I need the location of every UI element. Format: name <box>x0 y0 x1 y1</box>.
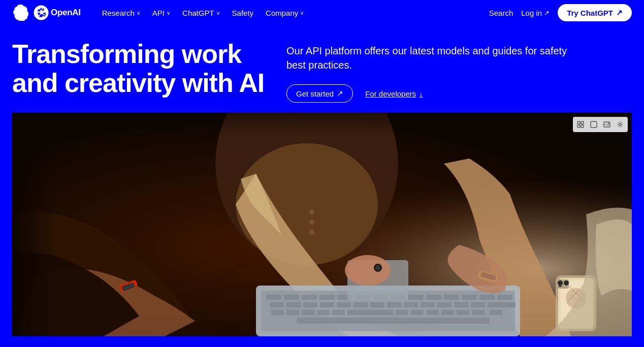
hero-title: Transforming work and creativity with AI <box>12 40 266 98</box>
svg-point-6 <box>309 219 314 225</box>
search-button[interactable]: Search <box>489 9 513 17</box>
hero-buttons: Get started ↗ For developers ↓ <box>286 84 581 103</box>
svg-rect-73 <box>581 121 584 124</box>
hero-section: Transforming work and creativity with AI… <box>0 25 644 113</box>
nav-item-chatgpt[interactable]: ChatGPT ∨ <box>177 6 225 20</box>
svg-rect-23 <box>426 295 441 300</box>
svg-rect-48 <box>396 310 408 315</box>
svg-rect-34 <box>370 302 384 307</box>
svg-rect-75 <box>581 125 584 128</box>
svg-point-78 <box>608 123 609 124</box>
svg-point-57 <box>345 255 391 286</box>
svg-rect-38 <box>437 302 452 307</box>
get-started-button[interactable]: Get started ↗ <box>286 84 353 103</box>
svg-rect-29 <box>286 302 301 307</box>
nav-item-api[interactable]: API ∨ <box>147 6 175 20</box>
chevron-down-icon: ∨ <box>167 10 170 16</box>
svg-rect-43 <box>286 310 299 315</box>
svg-rect-53 <box>472 310 485 315</box>
try-chatgpt-button[interactable]: Try ChatGPT ↗ <box>558 4 632 21</box>
svg-point-59 <box>375 265 380 270</box>
openai-logo-mark <box>12 5 28 21</box>
hero-scene-svg <box>12 113 632 336</box>
svg-rect-36 <box>404 302 418 307</box>
svg-rect-24 <box>444 295 459 300</box>
svg-rect-74 <box>577 125 580 128</box>
svg-rect-26 <box>479 295 495 300</box>
brand-name: OpenAI <box>51 8 81 18</box>
external-link-icon: ↗ <box>544 9 550 17</box>
chevron-down-icon: ∨ <box>137 10 140 16</box>
chevron-down-icon: ∨ <box>300 10 304 16</box>
login-link[interactable]: Log in ↗ <box>521 9 550 17</box>
svg-rect-54 <box>490 310 502 315</box>
image-toolbar <box>573 117 628 132</box>
svg-rect-41 <box>488 302 516 307</box>
hero-image-container <box>12 113 632 336</box>
hero-description: Our API platform offers our latest model… <box>286 44 581 72</box>
openai-logo-final <box>33 4 50 21</box>
arrow-icon: ↗ <box>337 89 343 98</box>
svg-rect-28 <box>270 302 284 307</box>
svg-point-5 <box>309 209 314 214</box>
image-section <box>0 113 644 336</box>
settings-icon[interactable] <box>615 119 626 130</box>
svg-rect-32 <box>337 302 351 307</box>
svg-rect-35 <box>387 302 401 307</box>
svg-rect-44 <box>302 310 314 315</box>
nav-right: Search Log in ↗ Try ChatGPT ↗ <box>489 4 632 21</box>
arrow-down-icon: ↓ <box>419 89 423 98</box>
hero-left: Transforming work and creativity with AI <box>12 40 266 98</box>
svg-rect-30 <box>303 302 317 307</box>
svg-rect-37 <box>421 302 435 307</box>
logo-area[interactable]: OpenAI <box>12 4 81 21</box>
nav-item-safety[interactable]: Safety <box>227 6 259 20</box>
svg-point-69 <box>559 284 562 287</box>
svg-rect-76 <box>591 121 597 128</box>
svg-rect-72 <box>577 121 580 124</box>
square-view-icon[interactable] <box>588 119 599 130</box>
for-developers-link[interactable]: For developers ↓ <box>365 89 423 98</box>
svg-point-7 <box>309 230 314 235</box>
svg-rect-42 <box>271 310 284 315</box>
svg-rect-40 <box>471 302 485 307</box>
nav-item-research[interactable]: Research ∨ <box>97 6 145 20</box>
svg-rect-52 <box>457 310 469 315</box>
svg-rect-47 <box>347 310 393 315</box>
grid-view-icon[interactable] <box>575 119 586 130</box>
svg-rect-45 <box>317 310 330 315</box>
svg-point-68 <box>564 280 569 286</box>
svg-rect-17 <box>319 295 335 300</box>
svg-rect-46 <box>332 310 345 315</box>
svg-rect-22 <box>408 295 424 300</box>
svg-rect-27 <box>497 295 512 300</box>
image-view-icon[interactable] <box>601 119 613 130</box>
svg-rect-51 <box>441 310 454 315</box>
svg-point-79 <box>619 123 621 125</box>
nav-links: Research ∨ API ∨ ChatGPT ∨ Safety Compan… <box>97 6 489 20</box>
svg-rect-49 <box>411 310 424 315</box>
svg-rect-50 <box>426 310 439 315</box>
nav-item-company[interactable]: Company ∨ <box>261 6 309 20</box>
svg-rect-55 <box>297 318 490 324</box>
svg-rect-31 <box>320 302 334 307</box>
svg-rect-16 <box>302 295 317 300</box>
hero-right: Our API platform offers our latest model… <box>286 40 581 103</box>
svg-rect-39 <box>454 302 468 307</box>
svg-rect-33 <box>353 302 368 307</box>
svg-rect-14 <box>266 295 281 300</box>
arrow-icon: ↗ <box>616 8 623 17</box>
svg-rect-15 <box>284 295 299 300</box>
chevron-down-icon: ∨ <box>216 10 220 16</box>
svg-rect-71 <box>12 113 632 189</box>
svg-rect-25 <box>462 295 477 300</box>
navbar: OpenAI Research ∨ API ∨ ChatGPT ∨ Safety… <box>0 0 644 25</box>
